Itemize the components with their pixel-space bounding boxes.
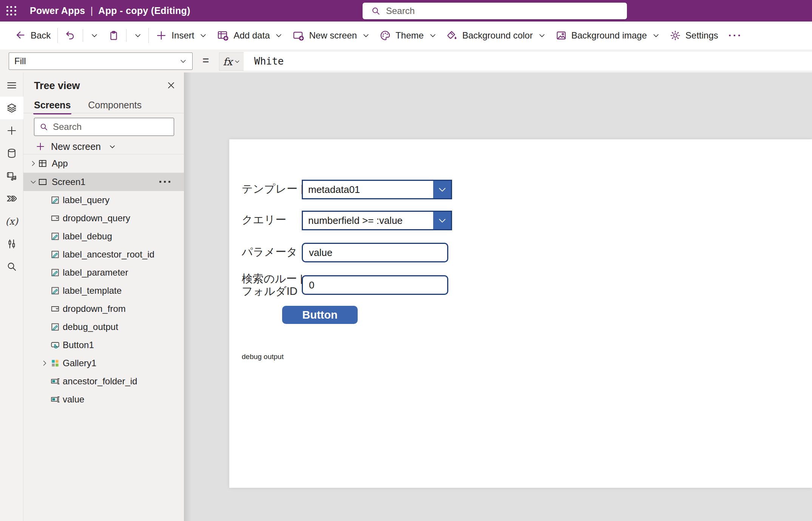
- rail-item-variables[interactable]: (x): [0, 210, 23, 233]
- window-title: Power Apps | App - copy (Editing): [30, 5, 190, 16]
- settings-button[interactable]: Settings: [665, 25, 723, 46]
- paste-button[interactable]: [103, 25, 124, 46]
- chevron-down-icon: [538, 32, 546, 39]
- tree-item-dropdown_query[interactable]: dropdown_query: [23, 209, 184, 227]
- canvas-label-control[interactable]: クエリー: [242, 214, 286, 226]
- chevron-down-icon: [199, 32, 207, 39]
- tab-components[interactable]: Components: [88, 100, 142, 114]
- new-screen-button[interactable]: New screen: [287, 25, 375, 46]
- more-options-icon[interactable]: [159, 181, 170, 183]
- tree-search-input[interactable]: [52, 121, 174, 133]
- tree-item-dropdown_from[interactable]: dropdown_from: [23, 300, 184, 318]
- chevron-right-icon[interactable]: [41, 359, 48, 367]
- tree-view-header: Tree view Screens Components New screen: [23, 72, 184, 154]
- rail-item-advanced-tools[interactable]: [0, 233, 23, 255]
- tree-item-label_parameter[interactable]: label_parameter: [23, 264, 184, 282]
- label-control-icon: [50, 286, 60, 296]
- tree-item-label_query[interactable]: label_query: [23, 191, 184, 209]
- chevron-down-icon: [429, 32, 437, 39]
- rail-item-search[interactable]: [0, 255, 23, 278]
- tree-item-label: dropdown_from: [63, 304, 126, 314]
- canvas-textinput-control[interactable]: value: [302, 243, 448, 262]
- theme-label: Theme: [395, 30, 424, 41]
- app-launcher-waffle-icon[interactable]: [6, 6, 16, 16]
- panel-title: Tree view: [34, 80, 80, 92]
- plus-icon: [156, 30, 167, 41]
- canvas-label-control[interactable]: パラメータ: [242, 246, 298, 258]
- theme-palette-icon: [380, 30, 391, 41]
- undo-menu-button[interactable]: [85, 25, 103, 46]
- new-screen-label: New screen: [309, 30, 357, 41]
- tree-list: AppScreen1label_querydropdown_querylabel…: [23, 154, 184, 408]
- canvas-dropdown-control[interactable]: numberfield >= :value: [302, 211, 452, 230]
- chevron-down-icon: [652, 32, 660, 39]
- search-icon: [6, 261, 17, 272]
- back-label: Back: [31, 30, 51, 41]
- data-icon: [6, 148, 17, 159]
- canvas-button-control[interactable]: Button: [282, 306, 358, 324]
- add-data-button[interactable]: Add data: [212, 25, 287, 46]
- theme-button[interactable]: Theme: [375, 25, 442, 46]
- tree-item-App[interactable]: App: [23, 154, 184, 173]
- paste-menu-button[interactable]: [128, 25, 147, 46]
- canvas-label-control[interactable]: 検索のルートフォルダID: [242, 273, 308, 297]
- insert-button[interactable]: Insert: [151, 25, 212, 46]
- background-image-button[interactable]: Background image: [551, 25, 665, 46]
- tree-item-label: ancestor_folder_id: [63, 376, 137, 387]
- tree-item-Button1[interactable]: Button1: [23, 336, 184, 354]
- tree-item-label_template[interactable]: label_template: [23, 282, 184, 300]
- global-search[interactable]: [363, 3, 627, 19]
- debug-output-label[interactable]: debug output: [242, 353, 284, 361]
- tree-search[interactable]: [34, 118, 174, 136]
- new-screen-label: New screen: [51, 141, 101, 152]
- canvas-dropdown-control[interactable]: metadata01: [302, 180, 452, 199]
- divider: [83, 29, 83, 42]
- chevron-down-icon: [179, 57, 187, 65]
- chevron-right-icon[interactable]: [29, 160, 37, 167]
- tree-item-value[interactable]: value: [23, 390, 184, 408]
- tree-item-debug_output[interactable]: debug_output: [23, 318, 184, 336]
- tree-item-label: label_template: [63, 285, 122, 296]
- background-color-button[interactable]: Background color: [442, 25, 551, 46]
- tree-item-label_debug[interactable]: label_debug: [23, 227, 184, 245]
- tree-view-icon: [6, 102, 17, 114]
- tree-item-label_ancestor_root_id[interactable]: label_ancestor_root_id: [23, 245, 184, 264]
- label-control-icon: [50, 322, 60, 332]
- app-control-icon: [38, 159, 48, 168]
- global-search-input[interactable]: [385, 5, 627, 17]
- more-commands-icon[interactable]: ···: [723, 29, 748, 42]
- back-button[interactable]: Back: [10, 25, 56, 46]
- tree-view-panel: Tree view Screens Components New screen …: [23, 72, 184, 521]
- chevron-down-icon[interactable]: [433, 181, 451, 198]
- formula-input[interactable]: White: [244, 52, 812, 71]
- close-panel-button[interactable]: [165, 79, 177, 91]
- new-screen-icon: [292, 29, 304, 42]
- canvas-screen[interactable]: Button debug output テンプレート名metadata01クエリ…: [229, 139, 812, 488]
- canvas-textinput-control[interactable]: 0: [302, 275, 448, 295]
- chevron-down-icon[interactable]: [29, 178, 37, 186]
- plus-icon: [36, 142, 45, 151]
- chevron-down-icon[interactable]: [433, 212, 451, 229]
- undo-button[interactable]: [60, 25, 81, 46]
- back-arrow-icon: [15, 30, 26, 41]
- fx-button[interactable]: fx: [219, 52, 244, 71]
- rail-item-tree-view[interactable]: [0, 97, 23, 119]
- tree-item-Gallery1[interactable]: Gallery1: [23, 354, 184, 372]
- tree-item-label: value: [63, 394, 84, 405]
- rail-item-data[interactable]: [0, 142, 23, 165]
- rail-item-media[interactable]: [0, 165, 23, 187]
- clipboard-icon: [108, 30, 119, 41]
- tree-item-ancestor_folder_id[interactable]: ancestor_folder_id: [23, 372, 184, 390]
- rail-item-menu[interactable]: [0, 74, 23, 97]
- tree-item-Screen1[interactable]: Screen1: [23, 173, 184, 191]
- insert-plus-icon: [6, 125, 17, 136]
- rail-item-power-automate[interactable]: [0, 187, 23, 210]
- search-icon: [39, 122, 48, 131]
- canvas-area: Button debug output テンプレート名metadata01クエリ…: [184, 72, 812, 521]
- tab-screens[interactable]: Screens: [34, 100, 71, 114]
- property-selector[interactable]: Fill: [9, 52, 193, 70]
- command-bar: Back Insert Add data New scre: [0, 22, 812, 50]
- property-name: Fill: [14, 56, 26, 66]
- new-screen-tree-button[interactable]: New screen: [36, 140, 116, 153]
- rail-item-insert-plus[interactable]: [0, 119, 23, 142]
